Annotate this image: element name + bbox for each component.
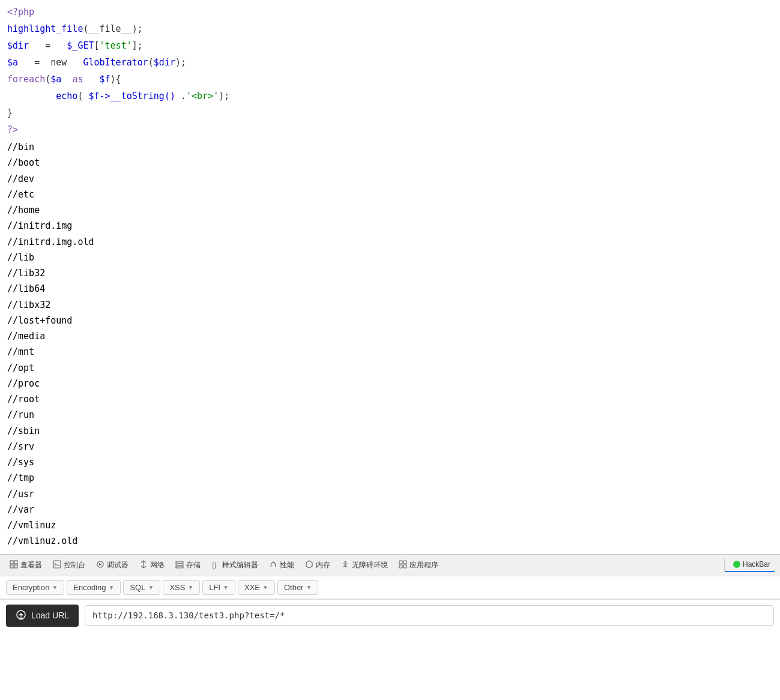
xxe-chevron-icon: ▼ [262,584,268,591]
dir-item: //opt [7,360,773,376]
svg-rect-17 [399,565,402,568]
code-line-echo: echo( $f->__toString() .'<br>'); [7,89,773,103]
dir-item: //etc [7,187,773,202]
sql-menu-btn[interactable]: SQL ▼ [123,580,160,595]
tab-performance[interactable]: 性能 [264,558,299,573]
dir-item: //libx32 [7,297,773,313]
tab-console[interactable]: 控制台 [48,558,90,573]
dir-item: //lib [7,250,773,265]
svg-rect-3 [14,565,17,568]
dir-item: //vmlinuz.old [7,533,773,549]
svg-rect-0 [10,561,13,564]
application-icon [399,560,407,570]
load-url-label: Load URL [31,611,69,620]
main-content: <?php highlight_file(__file__); $dir = $… [0,0,780,554]
tab-inspector[interactable]: 查看器 [5,558,47,573]
dir-listing: //bin //boot //dev //etc //home //initrd… [7,139,773,549]
inspector-icon [10,560,18,570]
code-line-dir: $dir = $_GET['test']; [7,38,773,53]
tab-hackbar-label: HackBar [743,560,770,569]
dir-item: //bin [7,139,773,155]
lfi-menu-label: LFI [209,583,220,592]
dir-item: //usr [7,486,773,502]
tab-network[interactable]: 网络 [135,558,169,573]
dir-item: //run [7,407,773,423]
dir-item: //mnt [7,344,773,360]
xxe-menu-label: XXE [244,583,260,592]
svg-rect-18 [404,565,407,568]
tab-application[interactable]: 应用程序 [394,558,443,573]
dir-item: //sbin [7,423,773,439]
dir-item: //boot [7,155,773,170]
svg-rect-10 [176,566,183,568]
svg-marker-13 [306,561,312,568]
tab-storage-label: 存储 [186,560,201,570]
dir-item: //lib64 [7,281,773,297]
load-url-icon [16,609,26,622]
storage-icon [175,560,184,570]
svg-rect-16 [404,561,407,564]
code-line-foreach: foreach($a as $f){ [7,72,773,86]
tab-memory[interactable]: 内存 [300,558,335,573]
hackbar-url-bar: Load URL [0,599,780,632]
php-open-tag: <?php [7,7,34,17]
svg-rect-1 [10,565,13,568]
tab-application-label: 应用程序 [410,560,438,570]
style-editor-icon: {} [211,560,220,570]
devtools-bar: 查看器 控制台 调试器 网络 存储 {} 样式编辑器 [0,554,780,576]
other-menu-label: Other [284,583,304,592]
lfi-chevron-icon: ▼ [223,584,229,591]
encoding-menu-btn[interactable]: Encoding ▼ [67,580,121,595]
svg-rect-8 [176,561,183,563]
tab-style-editor-label: 样式编辑器 [222,560,258,570]
dir-item: //srv [7,439,773,454]
dir-item: //lib32 [7,265,773,281]
dir-item: //var [7,502,773,517]
tab-debugger-label: 调试器 [107,560,128,570]
tab-style-editor[interactable]: {} 样式编辑器 [207,558,263,573]
code-highlight-file: highlight_file [7,23,83,34]
other-chevron-icon: ▼ [306,584,312,591]
tab-console-label: 控制台 [64,560,85,570]
load-url-button[interactable]: Load URL [6,605,79,627]
code-line-php-open: <?php [7,5,773,19]
sql-chevron-icon: ▼ [148,584,154,591]
svg-rect-15 [399,561,402,564]
xss-menu-label: XSS [169,583,185,592]
xxe-menu-btn[interactable]: XXE ▼ [238,580,275,595]
performance-icon [269,560,277,570]
dir-item: //home [7,202,773,218]
tab-storage[interactable]: 存储 [171,558,205,573]
tab-inspector-label: 查看器 [20,560,42,570]
svg-rect-9 [176,564,183,566]
dir-item: //initrd.img [7,218,773,234]
accessibility-icon [341,560,349,570]
xss-chevron-icon: ▼ [187,584,193,591]
svg-marker-7 [99,563,102,566]
dir-item: //dev [7,171,773,187]
encryption-menu-btn[interactable]: Encryption ▼ [6,580,64,595]
dir-item: //media [7,328,773,344]
encoding-menu-label: Encoding [73,583,106,592]
console-icon [53,560,61,570]
code-line-highlight: highlight_file(__file__); [7,22,773,36]
hackbar-toolbar: Encryption ▼ Encoding ▼ SQL ▼ XSS ▼ LFI … [0,576,780,599]
tab-accessibility[interactable]: 无障碍环境 [336,558,393,573]
url-input[interactable] [85,605,774,626]
code-line-php-close: ?> [7,122,773,137]
tab-hackbar[interactable]: HackBar [724,558,775,572]
dir-item: //lost+found [7,313,773,328]
lfi-menu-btn[interactable]: LFI ▼ [202,580,235,595]
dir-item: //sys [7,454,773,470]
other-menu-btn[interactable]: Other ▼ [277,580,318,595]
tab-performance-label: 性能 [280,560,294,570]
dir-item: //proc [7,376,773,391]
dir-item: //tmp [7,470,773,486]
tab-debugger[interactable]: 调试器 [91,558,133,573]
xss-menu-btn[interactable]: XSS ▼ [163,580,200,595]
network-icon [139,560,148,570]
code-line-close-brace: } [7,106,773,120]
encryption-menu-label: Encryption [13,583,49,592]
hackbar-dot-icon [733,561,740,568]
dir-item: //vmlinuz [7,517,773,533]
